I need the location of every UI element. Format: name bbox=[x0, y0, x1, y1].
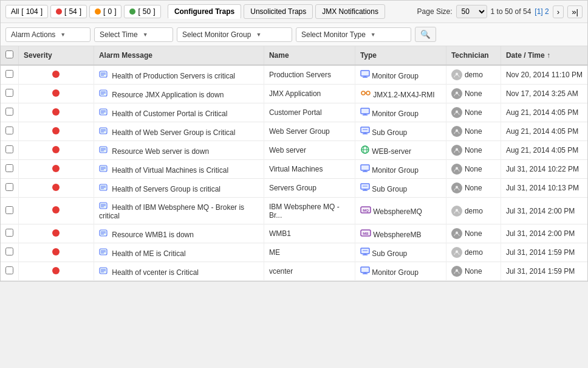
alarm-message-text: Health of vcenter is Critical bbox=[112, 268, 199, 277]
select-monitor-type-arrow: ▼ bbox=[371, 32, 376, 38]
tab-jmx-notifications[interactable]: JMX Notifications bbox=[315, 4, 385, 19]
header-technician: Technician bbox=[446, 46, 501, 65]
row-checkbox-cell[interactable] bbox=[1, 243, 19, 262]
select-time-label: Select Time bbox=[100, 30, 138, 39]
row-checkbox[interactable] bbox=[5, 127, 13, 134]
header-checkbox[interactable] bbox=[1, 46, 19, 65]
all-filter-btn[interactable]: All [104] bbox=[5, 5, 48, 18]
top-bar: All [104] [54] [0] [50] Configured Traps… bbox=[1, 1, 587, 23]
type-icon bbox=[360, 266, 370, 275]
technician-cell: None bbox=[446, 179, 501, 198]
row-checkbox-cell[interactable] bbox=[1, 224, 19, 243]
type-icon bbox=[360, 127, 370, 135]
date-time-value: Nov 20, 2014 11:10 PM bbox=[506, 71, 583, 79]
technician-name: None bbox=[465, 108, 482, 117]
name-cell: Customer Portal bbox=[264, 103, 355, 122]
avatar bbox=[451, 247, 462, 258]
date-time-value: Aug 21, 2014 4:05 PM bbox=[506, 127, 578, 136]
select-monitor-group-dropdown[interactable]: Select Monitor Group ▼ bbox=[177, 27, 292, 42]
row-checkbox-cell[interactable] bbox=[1, 141, 19, 160]
name-cell: vcenter bbox=[264, 262, 355, 281]
row-checkbox-cell[interactable] bbox=[1, 179, 19, 198]
red-filter-btn[interactable]: [54] bbox=[50, 5, 87, 18]
name-cell: Web server bbox=[264, 141, 355, 160]
svg-rect-85 bbox=[361, 267, 369, 273]
row-checkbox[interactable] bbox=[5, 248, 13, 255]
row-checkbox[interactable] bbox=[5, 183, 13, 191]
type-cell: Monitor Group bbox=[355, 262, 446, 281]
type-cell: Sub Group bbox=[355, 243, 446, 262]
name-cell: Web Server Group bbox=[264, 122, 355, 141]
type-label: WEB-server bbox=[372, 147, 411, 156]
row-checkbox-cell[interactable] bbox=[1, 160, 19, 179]
type-label: Monitor Group bbox=[372, 268, 419, 277]
row-checkbox[interactable] bbox=[5, 145, 13, 153]
row-checkbox-cell[interactable] bbox=[1, 103, 19, 122]
type-label: WebsphereMB bbox=[373, 231, 421, 239]
row-checkbox[interactable] bbox=[5, 164, 13, 172]
orange-filter-btn[interactable]: [0] bbox=[89, 5, 121, 18]
alarm-actions-label: Alarm Actions bbox=[11, 30, 55, 39]
type-cell: Sub Group bbox=[355, 122, 446, 141]
type-icon bbox=[360, 89, 371, 97]
table-row: Resource JMX Application is down JMX App… bbox=[1, 85, 587, 103]
type-label: WebsphereMQ bbox=[373, 207, 422, 216]
green-dot bbox=[129, 9, 135, 15]
row-checkbox-cell[interactable] bbox=[1, 262, 19, 281]
avatar bbox=[451, 107, 462, 118]
resource-name: Web server bbox=[269, 146, 306, 154]
type-icon bbox=[360, 164, 370, 173]
technician-cell: demo bbox=[446, 243, 501, 262]
row-checkbox[interactable] bbox=[5, 266, 13, 274]
severity-cell bbox=[19, 243, 94, 262]
row-checkbox[interactable] bbox=[5, 108, 13, 116]
alarm-actions-dropdown[interactable]: Alarm Actions ▼ bbox=[5, 27, 91, 42]
table-row: Health of Virtual Machines is Critical V… bbox=[1, 160, 587, 179]
select-monitor-type-dropdown[interactable]: Select Monitor Type ▼ bbox=[296, 27, 411, 42]
alarm-icon bbox=[99, 109, 109, 118]
alarm-message-cell: Health of Servers Group is critical bbox=[94, 179, 264, 198]
row-checkbox-cell[interactable] bbox=[1, 65, 19, 85]
select-time-dropdown[interactable]: Select Time ▼ bbox=[94, 27, 173, 42]
row-checkbox-cell[interactable] bbox=[1, 85, 19, 103]
avatar bbox=[451, 182, 462, 193]
date-time-cell: Jul 31, 2014 10:13 PM bbox=[501, 179, 587, 198]
severity-cell bbox=[19, 103, 94, 122]
severity-cell bbox=[19, 160, 94, 179]
search-button[interactable]: 🔍 bbox=[415, 27, 436, 42]
tab-unsolicited-traps[interactable]: Unsolicited Traps bbox=[244, 4, 313, 19]
nav-next-btn[interactable]: › bbox=[553, 5, 564, 18]
type-icon bbox=[360, 145, 370, 154]
alarm-message-cell: Resource JMX Application is down bbox=[94, 85, 264, 103]
select-all-checkbox[interactable] bbox=[5, 50, 13, 58]
row-checkbox-cell[interactable] bbox=[1, 198, 19, 224]
svg-rect-20 bbox=[361, 108, 369, 114]
nav-last-btn[interactable]: »| bbox=[567, 5, 583, 18]
date-time-value: Nov 17, 2014 3:25 AM bbox=[506, 89, 578, 98]
date-time-cell: Aug 21, 2014 4:05 PM bbox=[501, 103, 587, 122]
alarm-icon bbox=[99, 91, 109, 99]
row-checkbox[interactable] bbox=[5, 229, 13, 237]
all-label: All bbox=[11, 7, 19, 16]
alarm-message-text: Health of Customer Portal is Critical bbox=[112, 109, 227, 118]
tab-configured-traps[interactable]: Configured Traps bbox=[168, 4, 241, 19]
header-date-time[interactable]: Date / Time ↑ bbox=[501, 46, 587, 65]
type-cell: MQ WebsphereMQ bbox=[355, 198, 446, 224]
alarm-message-cell: Health of IBM Websphere MQ - Broker is c… bbox=[94, 198, 264, 224]
row-checkbox[interactable] bbox=[5, 206, 13, 214]
page-links[interactable]: [1] 2 bbox=[535, 7, 549, 16]
row-checkbox[interactable] bbox=[5, 89, 13, 97]
header-type: Type bbox=[355, 46, 446, 65]
page-size-select[interactable]: 50 25 100 bbox=[456, 5, 487, 18]
date-time-cell: Jul 31, 2014 2:00 PM bbox=[501, 198, 587, 224]
severity-indicator bbox=[52, 71, 60, 78]
type-cell: WEB-server bbox=[355, 141, 446, 160]
row-checkbox-cell[interactable] bbox=[1, 122, 19, 141]
row-checkbox[interactable] bbox=[5, 70, 13, 78]
alarm-message-text: Health of Virtual Machines is Critical bbox=[112, 166, 228, 175]
orange-dot bbox=[95, 9, 101, 15]
green-filter-btn[interactable]: [50] bbox=[124, 5, 160, 18]
type-label: Sub Group bbox=[372, 128, 407, 137]
alarm-message-cell: Health of Customer Portal is Critical bbox=[94, 103, 264, 122]
table-row: Health of ME is Critical ME Sub Group bbox=[1, 243, 587, 262]
